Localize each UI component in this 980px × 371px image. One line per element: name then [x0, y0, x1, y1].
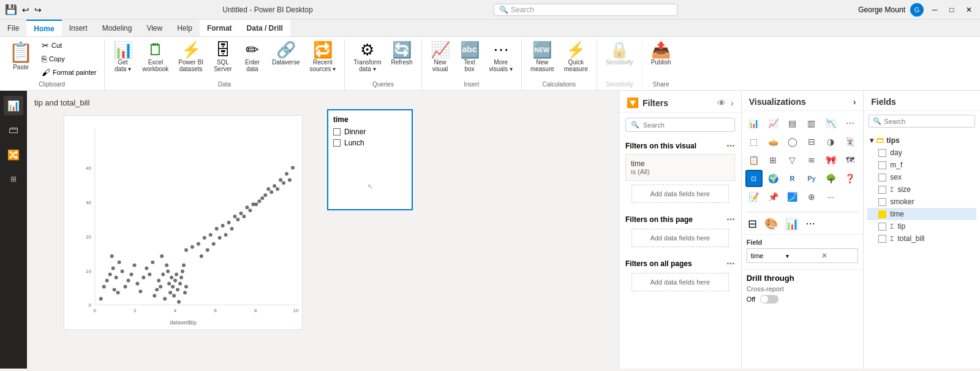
viz-area-chart[interactable]: 📉	[822, 115, 839, 132]
title-search-box[interactable]: 🔍 Search	[494, 4, 677, 16]
viz-scatter[interactable]: ⬚	[745, 133, 763, 150]
viz-dots-tab[interactable]: ···	[805, 215, 816, 234]
viz-r-script[interactable]: R	[784, 170, 801, 187]
viz-qna[interactable]: ❓	[842, 170, 859, 187]
menu-file[interactable]: File	[0, 20, 26, 36]
viz-azure-map[interactable]: 🗾	[784, 188, 801, 205]
sql-server-button[interactable]: 🗄 SQLServer	[209, 39, 236, 75]
excel-workbook-button[interactable]: 🗒 Excelworkbook	[139, 39, 173, 75]
more-visuals-button[interactable]: ⋯ Morevisuals ▾	[486, 39, 516, 75]
mf-checkbox[interactable]	[878, 161, 886, 169]
menu-format[interactable]: Format	[200, 20, 239, 36]
enter-data-button[interactable]: ✏ Enterdata	[239, 39, 266, 75]
menu-insert[interactable]: Insert	[62, 20, 95, 36]
viz-build-tab[interactable]: ⊟	[747, 215, 758, 234]
paste-button[interactable]: 📋 Paste	[5, 39, 37, 72]
viz-treemap[interactable]: ⊟	[803, 133, 820, 150]
total-bill-checkbox[interactable]	[878, 235, 886, 243]
power-bi-datasets-button[interactable]: ⚡ Power BIdatasets	[175, 39, 207, 75]
menu-modeling[interactable]: Modeling	[95, 20, 140, 36]
filters-all-pages-menu[interactable]: ···	[726, 258, 734, 269]
menu-data-drill[interactable]: Data / Drill	[239, 20, 290, 36]
field-smoker[interactable]: smoker	[867, 196, 976, 208]
viz-line-chart[interactable]: 📈	[764, 115, 782, 132]
viz-card[interactable]: 🃏	[842, 133, 859, 150]
dataverse-button[interactable]: 🔗 Dataverse	[268, 39, 304, 68]
recent-sources-button[interactable]: 🔁 Recentsources ▾	[306, 39, 340, 75]
viz-smart-narrative[interactable]: 📝	[745, 188, 763, 205]
viz-ribbon[interactable]: 🎀	[822, 151, 839, 169]
add-page-fields-btn[interactable]: Add data fields here	[631, 229, 729, 247]
field-total-bill[interactable]: Σ total_bill	[867, 232, 976, 245]
slicer-option-dinner[interactable]: Dinner	[333, 128, 407, 136]
viz-field-chevron[interactable]: ▾	[786, 253, 819, 259]
field-mf[interactable]: m_f	[867, 159, 976, 171]
lunch-checkbox[interactable]	[333, 139, 341, 147]
viz-kpi[interactable]: 📌	[764, 188, 782, 205]
data-icon[interactable]: 🗃	[4, 120, 23, 140]
day-checkbox[interactable]	[878, 149, 886, 157]
new-visual-button[interactable]: 📈 Newvisual	[427, 39, 454, 75]
time-filter-item[interactable]: time is (All)	[625, 154, 735, 181]
report-icon[interactable]: 📊	[4, 96, 23, 115]
viz-format-tab[interactable]: 🎨	[763, 215, 779, 234]
menu-help[interactable]: Help	[170, 20, 200, 36]
slicer-option-lunch[interactable]: Lunch	[333, 139, 407, 147]
redo-icon[interactable]: ↪	[34, 5, 42, 15]
copy-button[interactable]: ⎘ Copy	[39, 53, 67, 65]
viz-matrix[interactable]: ⊞	[764, 151, 782, 169]
dinner-checkbox[interactable]	[333, 128, 341, 136]
time-checkbox[interactable]	[878, 210, 886, 218]
fields-search-box[interactable]: 🔍	[869, 115, 975, 128]
viz-stacked-bar[interactable]: ▤	[784, 115, 801, 132]
filters-chevron-icon[interactable]: ›	[731, 98, 734, 108]
tip-checkbox[interactable]	[878, 223, 886, 231]
menu-view[interactable]: View	[139, 20, 170, 36]
close-btn[interactable]: ✕	[963, 4, 975, 16]
publish-button[interactable]: 📤 Publish	[647, 39, 675, 68]
viz-field-input[interactable]: time ▾ ✕	[747, 248, 859, 263]
viz-pie[interactable]: 🥧	[764, 133, 782, 150]
refresh-button[interactable]: 🔄 Refresh	[388, 39, 417, 68]
filters-on-page-menu[interactable]: ···	[726, 214, 734, 225]
viz-custom[interactable]: ⊕	[803, 188, 820, 205]
viz-slicer[interactable]: ⊡	[745, 170, 763, 187]
get-data-button[interactable]: 📊 Getdata ▾	[110, 39, 137, 75]
size-checkbox[interactable]	[878, 186, 886, 194]
viz-map[interactable]: 🗺	[842, 151, 859, 169]
dax-icon[interactable]: ⊞	[4, 169, 23, 189]
filters-eye-icon[interactable]: 👁	[717, 98, 726, 108]
fields-table-tips[interactable]: ▾ 🗃 tips	[867, 134, 976, 147]
field-tip[interactable]: Σ tip	[867, 220, 976, 232]
viz-bar-chart[interactable]: 📊	[745, 115, 763, 132]
viz-field-clear[interactable]: ✕	[821, 251, 854, 260]
viz-analytics-tab[interactable]: 📊	[784, 215, 800, 234]
viz-more-1[interactable]: ⋯	[842, 115, 859, 132]
quick-measure-button[interactable]: ⚡ Quickmeasure	[560, 39, 592, 75]
sex-checkbox[interactable]	[878, 174, 886, 182]
menu-home[interactable]: Home	[26, 20, 61, 36]
transform-data-button[interactable]: ⚙ Transformdata ▾	[350, 39, 385, 75]
sensitivity-button[interactable]: 🔒 Sensitivity	[602, 39, 637, 68]
save-icon[interactable]: 💾	[5, 4, 17, 15]
viz-funnel[interactable]: ▽	[784, 151, 801, 169]
viz-waterfall[interactable]: ≋	[803, 151, 820, 169]
undo-icon[interactable]: ↩	[22, 5, 29, 15]
field-sex[interactable]: sex	[867, 171, 976, 183]
text-box-button[interactable]: 🔤 Textbox	[456, 39, 483, 75]
scatter-chart[interactable]: dataset$total_bill dataset$tip 0 10 20 3…	[64, 115, 303, 330]
add-all-pages-fields-btn[interactable]: Add data fields here	[631, 273, 729, 291]
field-time[interactable]: time	[867, 208, 976, 220]
format-painter-button[interactable]: 🖌 Format painter	[39, 66, 99, 78]
viz-clustered-bar[interactable]: ▥	[803, 115, 820, 132]
maximize-btn[interactable]: □	[946, 4, 958, 16]
viz-filled-map[interactable]: 🌍	[764, 170, 782, 187]
viz-chevron-icon[interactable]: ›	[853, 97, 856, 107]
model-icon[interactable]: 🔀	[4, 145, 23, 164]
smoker-checkbox[interactable]	[878, 198, 886, 206]
field-size[interactable]: Σ size	[867, 183, 976, 196]
viz-python[interactable]: Py	[803, 170, 820, 187]
field-day[interactable]: day	[867, 147, 976, 159]
fields-search-input[interactable]	[884, 118, 971, 125]
new-measure-button[interactable]: 🆕 Newmeasure	[527, 39, 558, 75]
